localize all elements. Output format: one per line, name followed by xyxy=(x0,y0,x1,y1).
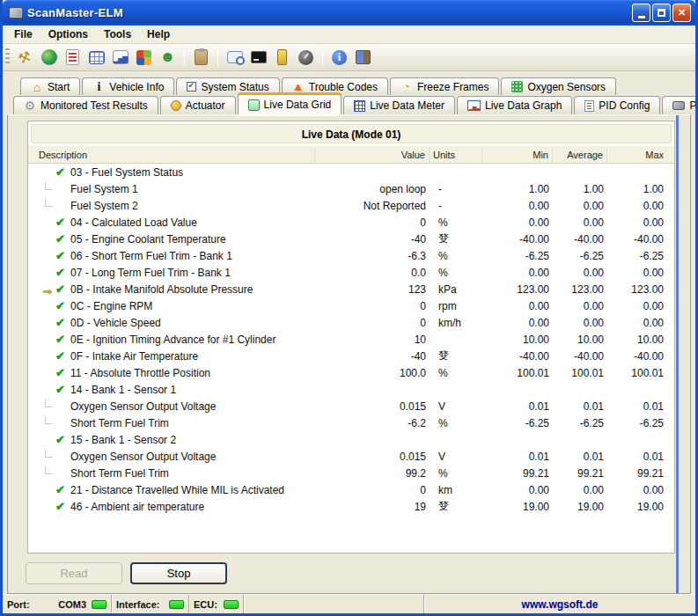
table-row[interactable]: ✔21 - Distance Travelled While MIL is Ac… xyxy=(28,481,674,498)
row-description: 14 - Bank 1 - Sensor 1 xyxy=(67,384,315,396)
row-average: 123.00 xyxy=(553,283,607,296)
table-title: Live Data (Mode 01) xyxy=(31,124,672,143)
grid-button[interactable] xyxy=(84,46,108,69)
table-row[interactable]: ✔06 - Short Term Fuel Trim - Bank 1-6.3%… xyxy=(28,247,674,264)
row-min: 0.01 xyxy=(482,451,553,463)
row-average: 0.00 xyxy=(553,267,607,279)
row-marker: ✔ xyxy=(35,264,67,281)
row-value: 0.015 xyxy=(315,400,430,413)
tab-monitored-test-results[interactable]: Monitored Test Results xyxy=(13,96,158,114)
table-row[interactable]: ✔0F - Intake Air Temperature-40癹-40.00-4… xyxy=(28,348,674,364)
globe-button[interactable] xyxy=(37,46,61,69)
tab-oxygen-sensors[interactable]: Oxygen Sensors xyxy=(501,77,616,95)
tab-freeze-frames[interactable]: Freeze Frames xyxy=(390,77,499,95)
row-marker: ✔ xyxy=(35,214,67,231)
table-row[interactable]: ✔07 - Long Term Fuel Trim - Bank 10.0%0.… xyxy=(28,264,674,281)
table-row[interactable]: ✔15 - Bank 1 - Sensor 2 xyxy=(28,431,674,448)
maximize-button[interactable] xyxy=(652,4,671,22)
row-max: 0.00 xyxy=(607,267,667,279)
column-header-max[interactable]: Max xyxy=(607,148,667,162)
website-link: www.wgsoft.de xyxy=(424,595,695,613)
column-header-value[interactable]: Value xyxy=(315,148,430,162)
tab-label: Live Data Grid xyxy=(264,99,332,111)
chart-icon xyxy=(113,50,129,64)
clipboard-button[interactable] xyxy=(189,46,213,69)
user-button[interactable] xyxy=(156,46,180,69)
tab-live-data-meter[interactable]: Live Data Meter xyxy=(343,96,455,114)
minimize-button[interactable] xyxy=(632,4,650,22)
row-max: 10.00 xyxy=(607,334,667,346)
table-row[interactable]: ✔04 - Calculated Load Value0%0.000.000.0… xyxy=(28,214,674,231)
row-min: 0.01 xyxy=(482,400,553,413)
row-description: 06 - Short Term Fuel Trim - Bank 1 xyxy=(67,250,315,262)
column-header-min[interactable]: Min xyxy=(482,148,553,162)
tab-row-1: StartVehicle InfoSystem StatusTrouble Co… xyxy=(3,77,695,95)
menu-help[interactable]: Help xyxy=(139,26,178,42)
preview-button[interactable] xyxy=(223,46,246,69)
check-icon: ✔ xyxy=(55,166,65,178)
tab-start[interactable]: Start xyxy=(20,77,80,95)
tab-live-data-graph[interactable]: Live Data Graph xyxy=(457,96,572,114)
table-row[interactable]: ✔0E - Ignition Timing Advance for #1 Cyl… xyxy=(28,331,674,348)
tab-pid-config[interactable]: PID Config xyxy=(574,96,660,114)
tab-actuator[interactable]: Actuator xyxy=(160,96,236,114)
table-row[interactable]: Oxygen Sensor Output Voltage0.015V0.010.… xyxy=(28,448,674,465)
stop-button[interactable]: Stop xyxy=(130,562,227,584)
table-row[interactable]: Oxygen Sensor Output Voltage0.015V0.010.… xyxy=(28,398,674,414)
windows-button[interactable] xyxy=(132,46,156,69)
row-value: 0.015 xyxy=(315,451,430,463)
table-row[interactable]: Short Term Fuel Trim99.2%99.2199.2199.21 xyxy=(28,465,674,481)
tab-power[interactable]: Power xyxy=(662,96,698,114)
tab-live-data-grid[interactable]: Live Data Grid xyxy=(238,92,342,114)
row-max: 1.00 xyxy=(607,183,667,195)
tab-vehicle-info[interactable]: Vehicle Info xyxy=(82,77,174,95)
exit-icon xyxy=(356,50,371,64)
table-row[interactable]: ✔46 - Ambient air temperature19癹19.0019.… xyxy=(28,498,674,515)
terminal-button[interactable] xyxy=(246,46,270,69)
statusbar-ecu-section: ECU: xyxy=(189,595,244,613)
home-icon xyxy=(31,81,43,93)
page-right-edge xyxy=(676,115,679,593)
column-header-units[interactable]: Units xyxy=(430,148,482,162)
table-row[interactable]: Fuel System 2Not Reported-0.000.000.00 xyxy=(28,197,674,214)
table-row[interactable]: ✔0C - Engine RPM0rpm0.000.000.00 xyxy=(28,297,674,314)
table-row[interactable]: ✔0D - Vehicle Speed0km/h0.000.000.00 xyxy=(28,314,674,331)
check-icon: ✔ xyxy=(55,283,65,295)
table-row[interactable]: ✔03 - Fuel System Status xyxy=(28,164,674,180)
gauge-button[interactable] xyxy=(294,46,318,69)
row-units: 癹 xyxy=(430,499,482,514)
row-value: -6.2 xyxy=(315,417,430,429)
chart-button[interactable] xyxy=(108,46,132,69)
row-max: 0.01 xyxy=(607,451,667,463)
column-header-description[interactable]: Description xyxy=(35,148,315,162)
connect-button[interactable] xyxy=(13,46,37,69)
statusbar-interface-section: Interface: xyxy=(112,595,189,613)
row-description: 0E - Ignition Timing Advance for #1 Cyli… xyxy=(67,334,315,346)
report-button[interactable] xyxy=(61,46,84,69)
row-marker xyxy=(35,414,67,431)
check-icon: ✔ xyxy=(55,434,65,445)
graph-icon xyxy=(467,100,481,111)
menu-file[interactable]: File xyxy=(6,26,40,42)
column-header-average[interactable]: Average xyxy=(553,148,607,162)
menu-tools[interactable]: Tools xyxy=(96,26,139,42)
row-units: - xyxy=(430,200,482,212)
row-units: rpm xyxy=(430,300,482,312)
row-marker xyxy=(35,465,67,481)
table-row[interactable]: →✔0B - Intake Manifold Absolute Pressure… xyxy=(28,281,674,297)
close-button[interactable]: ✕ xyxy=(672,4,691,22)
row-description: Oxygen Sensor Output Voltage xyxy=(67,400,315,413)
battery-button[interactable] xyxy=(270,46,294,69)
table-row[interactable]: Short Term Fuel Trim-6.2%-6.25-6.25-6.25 xyxy=(28,414,674,431)
table-row[interactable]: ✔11 - Absolute Throttle Position100.0%10… xyxy=(28,364,674,381)
read-button[interactable]: Read xyxy=(26,562,122,584)
table-row[interactable]: Fuel System 1open loop-1.001.001.00 xyxy=(28,180,674,197)
row-units: 癹 xyxy=(430,348,482,363)
info-button[interactable] xyxy=(327,46,351,69)
table-row[interactable]: ✔14 - Bank 1 - Sensor 1 xyxy=(28,381,674,398)
row-value: -40 xyxy=(315,233,430,246)
exit-button[interactable] xyxy=(351,46,375,69)
menu-options[interactable]: Options xyxy=(40,26,96,42)
table-row[interactable]: ✔05 - Engine Coolant Temperature-40癹-40.… xyxy=(28,231,674,247)
tab-label: Oxygen Sensors xyxy=(527,81,606,93)
